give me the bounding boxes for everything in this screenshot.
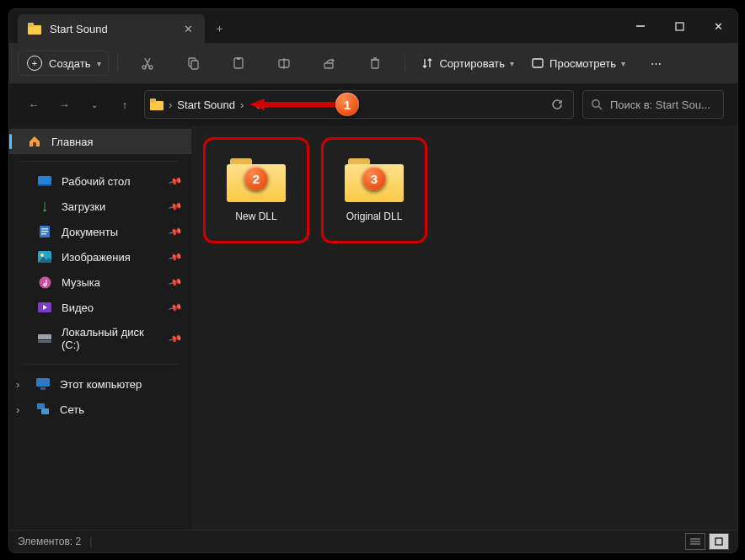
view-mode-buttons <box>685 533 729 550</box>
annotation-badge-3: 3 <box>362 167 386 190</box>
content-area[interactable]: 2 New DLL 3 Original DLL <box>191 125 737 530</box>
svg-rect-23 <box>33 142 36 147</box>
back-button[interactable]: ← <box>23 99 45 111</box>
sidebar-item-label: Рабочий стол <box>62 175 131 188</box>
icons-view-button[interactable] <box>709 533 729 550</box>
separator <box>405 54 405 72</box>
more-button[interactable]: ⋯ <box>635 52 678 75</box>
breadcrumb-sep: › <box>240 99 244 111</box>
svg-rect-35 <box>38 334 51 339</box>
pin-icon: 📌 <box>168 300 184 315</box>
drive-icon <box>38 332 51 345</box>
svg-rect-27 <box>41 228 48 230</box>
sidebar-network-label: Сеть <box>60 403 84 416</box>
chevron-down-icon: ▾ <box>621 59 625 68</box>
svg-rect-37 <box>36 378 50 387</box>
window-tab[interactable]: Start Sound ✕ <box>18 14 205 43</box>
sidebar-item-pictures[interactable]: Изображения 📌 <box>9 244 191 269</box>
sort-icon <box>421 56 434 70</box>
breadcrumb-sep: › <box>169 99 172 111</box>
view-button[interactable]: Просмотреть ▾ <box>524 51 632 75</box>
sidebar-home[interactable]: Главная <box>9 129 191 154</box>
details-view-button[interactable] <box>685 533 705 550</box>
rename-button[interactable] <box>263 51 305 75</box>
annotation-badge-1: 1 <box>335 93 359 116</box>
network-icon <box>36 403 50 416</box>
close-button[interactable]: ✕ <box>699 9 737 43</box>
folder-label: Original DLL <box>346 211 403 222</box>
new-tab-button[interactable]: ＋ <box>205 14 233 43</box>
svg-rect-40 <box>41 408 49 414</box>
forward-button[interactable]: → <box>53 99 75 111</box>
svg-marker-20 <box>249 99 265 110</box>
svg-line-22 <box>599 107 603 110</box>
create-button[interactable]: + Создать ▾ <box>18 51 109 76</box>
paste-button[interactable] <box>217 51 260 75</box>
pin-icon: 📌 <box>168 173 184 189</box>
sidebar-this-pc[interactable]: › Этот компьютер <box>9 371 191 397</box>
annotation-badge-2: 2 <box>244 167 268 190</box>
sidebar-item-music[interactable]: Музыка 📌 <box>9 269 191 295</box>
document-icon <box>38 225 51 238</box>
tab-close-button[interactable]: ✕ <box>180 21 196 37</box>
sidebar-this-pc-label: Этот компьютер <box>60 378 142 391</box>
delete-button[interactable] <box>354 51 396 75</box>
sidebar-item-label: Музыка <box>62 276 100 289</box>
music-icon <box>38 275 51 289</box>
sidebar-item-localdisk[interactable]: Локальный диск (C:) 📌 <box>9 320 191 357</box>
sidebar-item-downloads[interactable]: ⭣ Загрузки 📌 <box>9 194 191 219</box>
svg-rect-3 <box>676 23 683 30</box>
svg-rect-28 <box>41 231 48 232</box>
toolbar: + Создать ▾ Сортировать ▾ Просмотреть ▾ … <box>9 43 737 83</box>
separator <box>21 364 180 365</box>
breadcrumb-current[interactable]: Start Sound <box>177 99 235 111</box>
folder-item-original-dll[interactable]: 3 Original DLL <box>321 137 427 243</box>
maximize-button[interactable] <box>660 9 699 43</box>
sidebar-item-videos[interactable]: Видео 📌 <box>9 295 191 320</box>
view-label: Просмотреть <box>549 57 616 70</box>
folder-item-new-dll[interactable]: 2 New DLL <box>203 137 309 243</box>
view-icon <box>531 56 544 70</box>
svg-rect-29 <box>41 233 46 235</box>
title-bar: Start Sound ✕ ＋ ✕ <box>9 9 737 43</box>
share-button[interactable] <box>308 51 351 75</box>
svg-rect-18 <box>150 99 156 103</box>
svg-point-21 <box>592 100 599 107</box>
breadcrumb-bar[interactable]: › Start Sound › 1 ⌄ <box>144 90 574 119</box>
sidebar-network[interactable]: › Сеть <box>9 397 191 422</box>
svg-point-32 <box>39 276 51 288</box>
sidebar-item-label: Документы <box>62 226 118 238</box>
up-button[interactable]: ↑ <box>114 99 136 111</box>
search-icon <box>590 98 603 111</box>
cut-button[interactable] <box>126 51 169 75</box>
chevron-down-icon: ▾ <box>97 59 101 68</box>
download-icon: ⭣ <box>38 200 51 213</box>
tab-title: Start Sound <box>50 23 108 35</box>
sort-button[interactable]: Сортировать ▾ <box>414 51 521 75</box>
pin-icon: 📌 <box>168 331 184 346</box>
copy-button[interactable] <box>172 51 214 75</box>
svg-rect-36 <box>38 340 51 343</box>
plus-icon: + <box>27 56 42 71</box>
sidebar-item-documents[interactable]: Документы 📌 <box>9 219 191 244</box>
home-icon <box>28 135 41 148</box>
svg-rect-25 <box>38 184 51 186</box>
folder-label: New DLL <box>235 211 276 222</box>
sort-label: Сортировать <box>439 57 505 70</box>
svg-rect-1 <box>28 23 34 27</box>
sidebar-home-label: Главная <box>51 136 93 148</box>
sidebar-item-label: Изображения <box>62 251 131 264</box>
pin-icon: 📌 <box>168 224 184 239</box>
refresh-button[interactable] <box>546 99 568 110</box>
minimize-button[interactable] <box>621 9 660 43</box>
svg-rect-24 <box>38 176 51 184</box>
sidebar-item-desktop[interactable]: Рабочий стол 📌 <box>9 168 191 194</box>
chevron-down-icon: ▾ <box>510 59 514 68</box>
svg-rect-9 <box>237 57 240 60</box>
picture-icon <box>38 250 51 264</box>
search-box[interactable]: Поиск в: Start Sou... <box>582 90 724 119</box>
svg-rect-13 <box>372 60 378 68</box>
recent-button[interactable]: ⌄ <box>83 100 105 109</box>
svg-point-4 <box>142 66 146 69</box>
svg-point-31 <box>40 253 44 257</box>
